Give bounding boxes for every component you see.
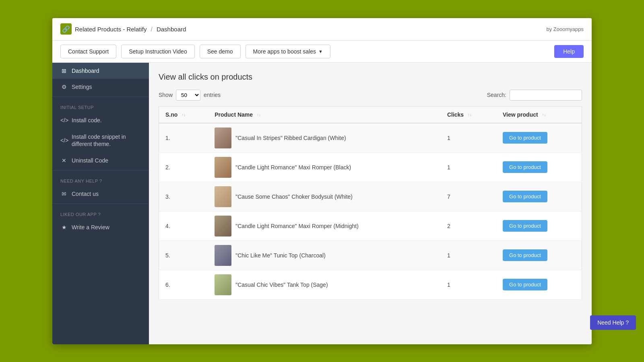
search-label: Search: <box>487 92 506 98</box>
envelope-icon: ✉ <box>60 191 68 197</box>
liked-app-section-title: LIKED OUR APP ? <box>52 206 149 219</box>
header-page-name: Dashboard <box>157 26 186 33</box>
sidebar-item-install-snippet[interactable]: </> Install code snippet in different th… <box>52 128 149 152</box>
need-help-section-title: NEED ANY HELP ? <box>52 172 149 186</box>
setup-video-button[interactable]: Setup Instruction Video <box>121 45 195 58</box>
header-title: Related Products - Relatify / Dashboard <box>75 26 186 33</box>
cell-clicks: 1 <box>441 270 496 299</box>
cell-sno: 6. <box>159 270 208 299</box>
go-to-product-button[interactable]: Go to product <box>503 161 547 173</box>
sort-icon-product-name[interactable]: ↑↓ <box>257 113 261 117</box>
cell-sno: 1. <box>159 123 208 153</box>
help-button[interactable]: Help <box>554 45 584 58</box>
col-header-product-name: Product Name ↑↓ <box>208 106 441 123</box>
cell-product-name: "Candle Light Romance" Maxi Romper (Blac… <box>208 152 441 182</box>
col-header-clicks: Clicks ↑↓ <box>441 106 496 123</box>
sidebar-item-uninstall[interactable]: ✕ Uninstall Code <box>52 152 149 169</box>
header-bar: 🔗 Related Products - Relatify / Dashboar… <box>52 18 592 41</box>
sidebar-install-code-label: Install code. <box>72 117 102 123</box>
table-row: 6. "Casual Chic Vibes" Tank Top (Sage) 1… <box>159 270 582 299</box>
sidebar-uninstall-label: Uninstall Code <box>72 157 108 164</box>
more-apps-button[interactable]: More apps to boost sales ▼ <box>246 45 330 58</box>
table-header-row: S.no ↑↓ Product Name ↑↓ Clicks ↑↓ View p… <box>159 106 582 123</box>
sidebar-item-contact-us[interactable]: ✉ Contact us <box>52 186 149 202</box>
header-by-label: by Zooomyapps <box>547 26 584 32</box>
sidebar-item-install-code[interactable]: </> Install code. <box>52 112 149 128</box>
main-layout: ⊞ Dashboard ⚙ Settings INITIAL SETUP </>… <box>52 63 592 344</box>
app-name-label: Related Products - Relatify <box>75 26 147 33</box>
show-label: Show <box>159 92 173 98</box>
search-box: Search: <box>487 90 582 101</box>
go-to-product-button[interactable]: Go to product <box>503 191 547 202</box>
go-to-product-button[interactable]: Go to product <box>503 279 547 290</box>
cell-clicks: 2 <box>441 211 496 241</box>
entries-select[interactable]: 50 10 25 100 <box>176 90 200 101</box>
code-snippet-icon: </> <box>60 137 68 144</box>
contact-support-button[interactable]: Contact Support <box>60 45 116 58</box>
cell-clicks: 1 <box>441 123 496 153</box>
product-name-text: "Casual In Stripes" Ribbed Cardigan (Whi… <box>235 135 346 141</box>
uninstall-icon: ✕ <box>60 157 68 164</box>
cell-product-name: "Casual In Stripes" Ribbed Cardigan (Whi… <box>208 123 441 153</box>
dashboard-icon: ⊞ <box>60 68 68 74</box>
app-logo-icon: 🔗 <box>60 23 72 35</box>
need-help-floating-button[interactable]: Need Help ? <box>590 315 636 330</box>
cell-view-product: Go to product <box>496 241 582 270</box>
table-row: 1. "Casual In Stripes" Ribbed Cardigan (… <box>159 123 582 153</box>
header-left: 🔗 Related Products - Relatify / Dashboar… <box>60 23 186 35</box>
dropdown-arrow-icon: ▼ <box>318 49 323 54</box>
go-to-product-button[interactable]: Go to product <box>503 132 547 144</box>
sidebar-install-snippet-label: Install code snippet in different theme. <box>72 133 141 148</box>
code-icon: </> <box>60 117 68 123</box>
cell-view-product: Go to product <box>496 152 582 182</box>
sidebar-settings-label: Settings <box>72 84 92 90</box>
table-row: 2. "Candle Light Romance" Maxi Romper (B… <box>159 152 582 182</box>
cell-sno: 2. <box>159 152 208 182</box>
product-name-text: "Cause Some Chaos" Choker Bodysuit (Whit… <box>235 193 353 200</box>
sidebar-divider-2 <box>52 170 149 171</box>
cell-clicks: 1 <box>441 241 496 270</box>
sort-icon-view-product[interactable]: ↑↓ <box>542 113 546 117</box>
sidebar-dashboard-label: Dashboard <box>72 68 99 74</box>
product-thumbnail <box>215 186 231 207</box>
sidebar-divider-3 <box>52 204 149 204</box>
table-controls: Show 50 10 25 100 entries Search: <box>159 90 582 101</box>
col-header-sno: S.no ↑↓ <box>159 106 208 123</box>
product-thumbnail <box>215 245 231 266</box>
see-demo-button[interactable]: See demo <box>200 45 241 58</box>
sort-icon-clicks[interactable]: ↑↓ <box>468 113 472 117</box>
page-title: View all clicks on products <box>159 72 582 82</box>
cell-view-product: Go to product <box>496 123 582 153</box>
sidebar-item-settings[interactable]: ⚙ Settings <box>52 79 149 95</box>
search-input[interactable] <box>510 90 582 101</box>
cell-sno: 3. <box>159 182 208 211</box>
cell-product-name: "Chic Like Me" Tunic Top (Charcoal) <box>208 241 441 270</box>
go-to-product-button[interactable]: Go to product <box>503 220 547 232</box>
sidebar-contact-us-label: Contact us <box>72 191 99 197</box>
sort-icon-sno[interactable]: ↑↓ <box>182 113 186 117</box>
table-row: 5. "Chic Like Me" Tunic Top (Charcoal) 1… <box>159 241 582 270</box>
show-entries-control: Show 50 10 25 100 entries <box>159 90 221 101</box>
product-name-text: "Chic Like Me" Tunic Top (Charcoal) <box>235 252 326 259</box>
cell-view-product: Go to product <box>496 182 582 211</box>
cell-sno: 5. <box>159 241 208 270</box>
toolbar: Contact Support Setup Instruction Video … <box>52 41 592 63</box>
cell-sno: 4. <box>159 211 208 241</box>
main-content: View all clicks on products Show 50 10 2… <box>149 63 592 344</box>
cell-clicks: 7 <box>441 182 496 211</box>
table-row: 3. "Cause Some Chaos" Choker Bodysuit (W… <box>159 182 582 211</box>
sidebar-item-dashboard[interactable]: ⊞ Dashboard <box>52 63 149 79</box>
header-separator: / <box>151 26 154 33</box>
product-thumbnail <box>215 216 231 237</box>
product-thumbnail <box>215 274 231 295</box>
go-to-product-button[interactable]: Go to product <box>503 249 547 261</box>
cell-view-product: Go to product <box>496 211 582 241</box>
star-icon: ★ <box>60 224 68 230</box>
product-name-text: "Candle Light Romance" Maxi Romper (Blac… <box>235 164 351 171</box>
sidebar-write-review-label: Write a Review <box>72 224 109 230</box>
settings-gear-icon: ⚙ <box>60 84 68 90</box>
cell-product-name: "Candle Light Romance" Maxi Romper (Midn… <box>208 211 441 241</box>
product-name-text: "Casual Chic Vibes" Tank Top (Sage) <box>235 282 328 288</box>
sidebar-item-write-review[interactable]: ★ Write a Review <box>52 219 149 235</box>
cell-view-product: Go to product <box>496 270 582 299</box>
